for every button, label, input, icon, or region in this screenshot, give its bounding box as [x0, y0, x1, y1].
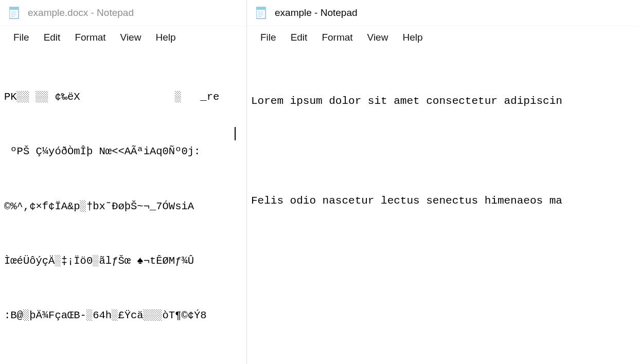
- menu-format[interactable]: Format: [314, 30, 360, 45]
- window-title-right: example - Notepad: [275, 7, 358, 19]
- menubar-left: File Edit Format View Help: [0, 26, 246, 49]
- text-area-right[interactable]: Lorem ipsum dolor sit amet consectetur a…: [251, 51, 638, 364]
- menu-help[interactable]: Help: [395, 30, 430, 45]
- menu-file[interactable]: File: [253, 30, 283, 45]
- svg-rect-7: [256, 7, 265, 10]
- menubar-right: File Edit Format View Help: [247, 26, 638, 49]
- notepad-icon: [9, 6, 21, 20]
- text-caret: [235, 127, 236, 140]
- menu-file[interactable]: File: [6, 30, 37, 45]
- content-line: Lorem ipsum dolor sit amet consectetur a…: [251, 92, 638, 112]
- svg-rect-1: [9, 7, 19, 10]
- content-line: ÌœéÜôýçÄ░‡¡Ïö0░ãlƒŠœ ♠¬tÊØMƒ¾Û: [4, 252, 246, 270]
- notepad-icon: [256, 6, 268, 20]
- menu-view[interactable]: View: [360, 30, 396, 45]
- content-line: RÕ3U+AuY•k€5-5Ã÷R'ÝÕå░¼"r'ìÜðŸ: [4, 361, 246, 364]
- content-line: ©%^,¢×f¢ÏA&p░†bx˜ÐøþŠ~¬_7ÓWsiA: [4, 197, 246, 215]
- menu-format[interactable]: Format: [67, 30, 113, 45]
- window-title-left: example.docx - Notepad: [28, 7, 134, 19]
- menu-edit[interactable]: Edit: [283, 30, 315, 45]
- content-line: ºPŠ Ç¼yóðÒmÎþ Nœ<<AÃªiAq0Ñº0j:: [4, 142, 246, 160]
- content-line: Felis odio nascetur lectus senectus hime…: [251, 191, 638, 211]
- content-line: PK░░ ░░ ¢‰ëX ░ _re: [4, 88, 246, 106]
- menu-help[interactable]: Help: [148, 30, 183, 45]
- notepad-window-left: example.docx - Notepad File Edit Format …: [0, 0, 246, 364]
- content-line: :B@░þÄ¾FçaŒB-░64h░£Ÿcä░░░òT¶©¢Ý8: [4, 306, 246, 324]
- menu-view[interactable]: View: [113, 30, 149, 45]
- notepad-window-right: example - Notepad File Edit Format View …: [246, 0, 638, 364]
- menu-edit[interactable]: Edit: [37, 30, 68, 45]
- text-area-left[interactable]: PK░░ ░░ ¢‰ëX ░ _re ºPŠ Ç¼yóðÒmÎþ Nœ<<AÃª…: [4, 51, 246, 364]
- titlebar-right[interactable]: example - Notepad: [247, 0, 638, 26]
- titlebar-left[interactable]: example.docx - Notepad: [0, 0, 246, 26]
